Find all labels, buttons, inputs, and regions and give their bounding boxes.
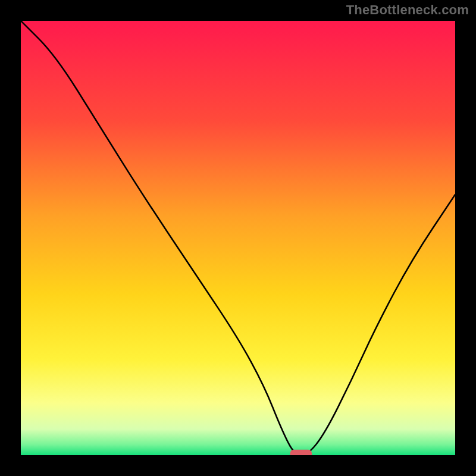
- watermark-text: TheBottleneck.com: [346, 2, 469, 18]
- gradient-background: [21, 21, 455, 455]
- optimum-marker: [290, 450, 312, 455]
- chart-frame: TheBottleneck.com: [0, 0, 476, 476]
- chart-svg: [21, 21, 455, 455]
- plot-area: [21, 21, 455, 455]
